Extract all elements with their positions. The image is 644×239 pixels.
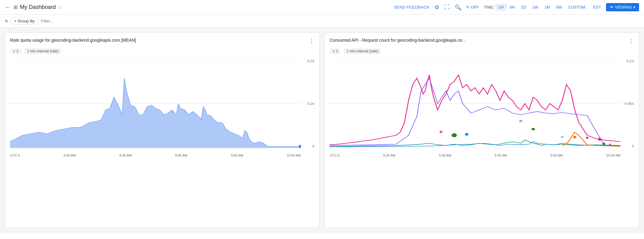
svg-text:✕: ✕: [518, 119, 523, 123]
chart-2-meta: ≡ 1 1 min interval (rate): [330, 48, 634, 54]
page-title: My Dashboard: [20, 4, 56, 10]
chart-1-y-zero: 0: [313, 144, 314, 148]
time-section: TIME: 1H 6H 1D 1W 1M 6W CUSTOM: [484, 4, 589, 11]
group-by-label: Group By: [18, 19, 35, 23]
time-1m-button[interactable]: 1M: [541, 4, 553, 11]
timezone-button[interactable]: EST: [593, 5, 601, 9]
svg-text:★: ★: [438, 129, 444, 134]
chart-1-header: Rate quota usage for geocoding-backend.g…: [10, 38, 314, 44]
eye-icon: 👁: [610, 5, 614, 9]
viewing-button[interactable]: 👁 VIEWING ▾: [606, 3, 639, 11]
x-label-utc: UTC-5: [10, 154, 20, 157]
chart-2-y-axis: 0.1/s 0.05/s 0: [622, 59, 634, 148]
chart-2-interval-label: 1 min interval (rate): [347, 49, 378, 53]
x-label-940: 9:40 AM: [175, 154, 187, 157]
chart-1-area: 0.2/s 0.1/s 0 UTC-5 9:2: [10, 59, 314, 157]
svg-text:⬟: ⬟: [451, 132, 457, 138]
time-1w-button[interactable]: 1W: [529, 4, 541, 11]
fullscreen-icon[interactable]: ⛶: [444, 4, 450, 10]
chart-2-y-zero: 0: [632, 144, 634, 148]
header-left: ← ⊞ My Dashboard ☆: [5, 4, 390, 11]
header: ← ⊞ My Dashboard ☆ SEND FEEDBACK ⚙ ⛶ 🔍 ↻…: [0, 0, 644, 15]
x2-label-930: 9:30 AM: [439, 154, 451, 157]
time-6w-button[interactable]: 6W: [553, 4, 565, 11]
back-button[interactable]: ←: [5, 4, 11, 11]
chart-1-y-axis: 0.2/s 0.1/s 0: [302, 59, 314, 148]
search-icon[interactable]: 🔍: [455, 4, 461, 11]
chart-2-x-axis: UTC-5 9:20 AM 9:30 AM 9:40 AM 9:50 AM 10…: [330, 148, 620, 157]
auto-refresh-button[interactable]: ↻ OFF: [466, 5, 479, 9]
x2-label-utc: UTC-5: [330, 154, 339, 157]
svg-text:+: +: [560, 134, 564, 139]
chart-2-title: Consumed API - Request count for geocodi…: [330, 38, 467, 43]
header-center: SEND FEEDBACK ⚙ ⛶ 🔍 ↻ OFF TIME: 1H 6H 1D…: [394, 3, 639, 11]
time-label: TIME:: [484, 5, 494, 9]
x-label-1000: 10:00 AM: [287, 154, 301, 157]
hamburger-icon[interactable]: ≡: [5, 18, 8, 24]
svg-text:◆: ◆: [597, 136, 602, 141]
chart-1-filter-count: 1: [16, 49, 18, 53]
chart-1-y-max: 0.2/s: [307, 59, 314, 63]
x-label-930: 9:30 AM: [119, 154, 131, 157]
x2-label-920: 9:20 AM: [383, 154, 395, 157]
chart-1-title: Rate quota usage for geocoding-backend.g…: [10, 38, 136, 43]
time-6h-button[interactable]: 6H: [507, 4, 518, 11]
chart-1-more-icon[interactable]: ⋮: [309, 38, 314, 44]
auto-refresh-label: OFF: [471, 5, 479, 9]
chart-2-header: Consumed API - Request count for geocodi…: [330, 38, 634, 44]
chart-card-2: Consumed API - Request count for geocodi…: [324, 32, 639, 228]
chart-1-filter-badge[interactable]: ≡ 1: [10, 48, 21, 54]
svg-text:■: ■: [602, 141, 605, 146]
svg-text:■: ■: [532, 127, 535, 131]
chart-2-y-max: 0.1/s: [627, 59, 634, 63]
time-custom-button[interactable]: CUSTOM: [565, 4, 588, 11]
svg-marker-3: [10, 78, 301, 148]
send-feedback-button[interactable]: SEND FEEDBACK: [394, 5, 429, 9]
chart-1-interval-badge[interactable]: 1 min interval (rate): [24, 48, 62, 54]
refresh-icon: ↻: [466, 5, 470, 9]
viewing-label: VIEWING: [615, 5, 632, 9]
x2-label-950: 9:50 AM: [550, 154, 563, 157]
svg-text:▲: ▲: [607, 142, 612, 146]
chart-2-area: 0.1/s 0.05/s 0: [330, 59, 634, 157]
x2-label-1000: 10:00 AM: [606, 154, 620, 157]
x-label-950: 9:50 AM: [231, 154, 243, 157]
svg-text:■: ■: [573, 135, 576, 139]
chart-1-x-axis: UTC-5 9:20 AM 9:30 AM 9:40 AM 9:50 AM 10…: [10, 148, 301, 157]
chart-1-meta: ≡ 1 1 min interval (rate): [10, 48, 314, 54]
main-content: Rate quota usage for geocoding-backend.g…: [0, 28, 644, 233]
filter-icon-2: ≡: [333, 49, 335, 53]
star-icon[interactable]: ☆: [58, 4, 63, 10]
chart-card-1: Rate quota usage for geocoding-backend.g…: [5, 32, 320, 228]
x2-label-940: 9:40 AM: [494, 154, 507, 157]
time-1d-button[interactable]: 1D: [518, 4, 529, 11]
plus-icon: +: [14, 19, 17, 23]
chart-2-interval-badge[interactable]: 1 min interval (rate): [343, 48, 381, 54]
filter-icon: ≡: [13, 49, 15, 53]
chart-2-more-icon[interactable]: ⋮: [628, 38, 634, 44]
chevron-down-icon: ▾: [633, 5, 635, 9]
chart-2-filter-badge[interactable]: ≡ 1: [330, 48, 341, 54]
time-1h-button[interactable]: 1H: [495, 4, 507, 11]
dashboard-icon[interactable]: ⊞: [13, 4, 17, 10]
group-by-button[interactable]: + Group By: [10, 17, 39, 25]
filter-input[interactable]: [41, 19, 639, 23]
chart-2-y-mid: 0.05/s: [625, 102, 634, 105]
x-label-920: 9:20 AM: [63, 154, 76, 157]
settings-icon[interactable]: ⚙: [434, 4, 439, 11]
svg-text:▼: ▼: [584, 135, 590, 140]
chart-1-y-mid: 0.1/s: [307, 102, 314, 105]
svg-text:◆: ◆: [464, 131, 469, 136]
chart-2-filter-count: 1: [336, 49, 338, 53]
chart-1-svg: [10, 59, 301, 148]
chart-1-interval-label: 1 min interval (rate): [27, 49, 59, 53]
toolbar: ≡ + Group By: [0, 15, 644, 28]
chart-2-svg: ★ ⬟ ◆ ✕ ■ + ■ ▼ ◆: [330, 59, 620, 148]
